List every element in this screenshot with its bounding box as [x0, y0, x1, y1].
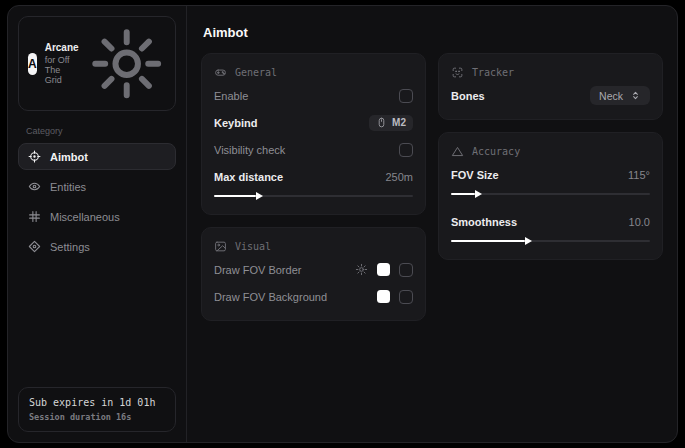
left-column: General Enable Keybind [201, 53, 426, 321]
sidebar-item-aimbot[interactable]: Aimbot [18, 143, 176, 170]
keybind-value: M2 [392, 117, 406, 128]
brand-logo: A [28, 53, 37, 75]
category-label: Category [26, 126, 168, 136]
sidebar-item-label: Aimbot [50, 151, 88, 163]
bones-select[interactable]: Neck [590, 86, 650, 105]
max-distance-label: Max distance [214, 171, 283, 183]
bones-label: Bones [451, 90, 485, 102]
sidebar-item-settings[interactable]: Settings [18, 233, 176, 260]
draw-fov-background-label: Draw FOV Background [214, 291, 327, 303]
settings-diamond-icon [28, 240, 41, 253]
fov-size-label: FOV Size [451, 169, 499, 181]
enable-row: Enable [214, 85, 413, 106]
smoothness-slider[interactable] [451, 236, 650, 246]
eye-icon [28, 180, 41, 193]
draw-fov-background-controls [377, 290, 413, 304]
keybind-button[interactable]: M2 [369, 115, 413, 131]
accuracy-panel-header: Accuracy [451, 145, 650, 158]
keybind-label: Keybind [214, 117, 257, 129]
sub-expires-text: Sub expires in 1d 01h [29, 397, 165, 408]
gamepad-icon [214, 66, 227, 79]
fov-size-slider[interactable] [451, 189, 650, 199]
enable-checkbox[interactable] [399, 89, 413, 103]
visibility-check-row: Visibility check [214, 139, 413, 160]
fov-size-value: 115° [628, 169, 650, 181]
smoothness-row: Smoothness 10.0 [451, 211, 650, 232]
keybind-row: Keybind M2 [214, 112, 413, 133]
fov-background-color-swatch[interactable] [377, 290, 390, 303]
subscription-card: Sub expires in 1d 01h Session duration 1… [18, 387, 176, 432]
accuracy-panel-title: Accuracy [472, 146, 520, 157]
right-column: Tracker Bones Neck [438, 53, 663, 260]
gear-icon[interactable] [355, 263, 368, 276]
chevrons-up-down-icon [630, 90, 641, 101]
visibility-check-checkbox[interactable] [399, 143, 413, 157]
sidebar: A Arcane for Off The Grid Category Aimbo [8, 6, 187, 442]
accuracy-panel: Accuracy FOV Size 115° Smoothness 10.0 [438, 132, 663, 260]
draw-fov-border-label: Draw FOV Border [214, 264, 301, 276]
max-distance-value: 250m [385, 171, 413, 183]
max-distance-row: Max distance 250m [214, 166, 413, 187]
sidebar-item-miscellaneous[interactable]: Miscellaneous [18, 203, 176, 230]
draw-fov-border-checkbox[interactable] [399, 263, 413, 277]
smoothness-value: 10.0 [629, 216, 650, 228]
bones-row: Bones Neck [451, 85, 650, 106]
page-title: Aimbot [203, 25, 661, 40]
draw-fov-border-controls [355, 263, 413, 277]
crosshair-icon [28, 150, 41, 163]
sidebar-item-label: Miscellaneous [50, 211, 120, 223]
fov-border-color-swatch[interactable] [377, 263, 390, 276]
visibility-check-label: Visibility check [214, 144, 285, 156]
scan-face-icon [451, 66, 464, 79]
main-content: Aimbot Genera [187, 6, 677, 442]
brand-name: Arcane [45, 42, 79, 53]
brand-card: A Arcane for Off The Grid [18, 16, 176, 111]
tracker-panel-title: Tracker [472, 67, 514, 78]
brand-subtitle: for Off The Grid [45, 55, 79, 85]
triangle-icon [451, 145, 464, 158]
app-window: A Arcane for Off The Grid Category Aimbo [7, 5, 678, 443]
session-duration-text: Session duration 16s [29, 412, 165, 422]
visual-panel: Visual Draw FOV Border [201, 227, 426, 321]
gear-icon[interactable] [87, 24, 166, 103]
slider-handle[interactable] [451, 240, 525, 242]
sidebar-item-entities[interactable]: Entities [18, 173, 176, 200]
sidebar-item-label: Settings [50, 241, 90, 253]
smoothness-label: Smoothness [451, 216, 517, 228]
panel-columns: General Enable Keybind [201, 53, 663, 321]
general-panel-title: General [235, 67, 277, 78]
draw-fov-background-row: Draw FOV Background [214, 286, 413, 307]
grid-icon [28, 210, 41, 223]
sidebar-item-label: Entities [50, 181, 86, 193]
general-panel: General Enable Keybind [201, 53, 426, 215]
general-panel-header: General [214, 66, 413, 79]
slider-handle[interactable] [214, 195, 256, 197]
tracker-panel-header: Tracker [451, 66, 650, 79]
slider-handle[interactable] [451, 193, 475, 195]
tracker-panel: Tracker Bones Neck [438, 53, 663, 120]
mouse-icon [376, 117, 387, 128]
brand-text: Arcane for Off The Grid [45, 42, 79, 85]
fov-size-row: FOV Size 115° [451, 164, 650, 185]
visual-panel-title: Visual [235, 241, 271, 252]
image-icon [214, 240, 227, 253]
enable-label: Enable [214, 90, 248, 102]
bones-selected-value: Neck [599, 90, 623, 102]
draw-fov-border-row: Draw FOV Border [214, 259, 413, 280]
max-distance-slider[interactable] [214, 191, 413, 201]
visual-panel-header: Visual [214, 240, 413, 253]
draw-fov-background-checkbox[interactable] [399, 290, 413, 304]
